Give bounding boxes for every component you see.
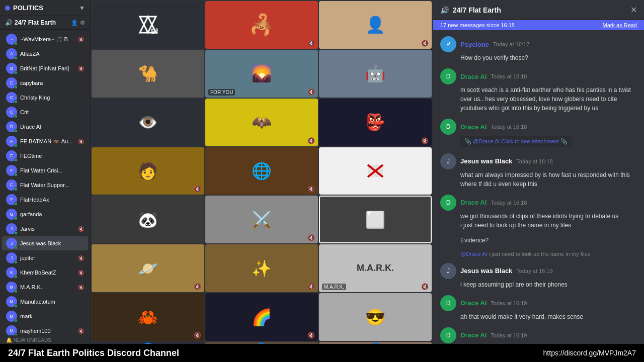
video-tile[interactable]: 🌄 FOR YOU 🔇 [205,50,318,98]
member-item[interactable]: D Drace AI [2,120,88,134]
chat-header: 🔊 24/7 Flat Earth ✕ [433,0,644,20]
member-item[interactable]: C Christy King [2,90,88,105]
member-avatar: M [6,325,17,335]
member-icons: 🔇 [78,285,84,290]
message-group: Evidence? [433,234,644,247]
bottom-bar-left: 24/7 Flat Earth Politics Discord Channel [8,348,179,358]
member-item[interactable]: G garfanda [2,207,88,221]
video-tile[interactable]: 🦂 🔇 [205,1,318,49]
member-item[interactable]: J jupiter 🔇 [2,251,88,265]
tile-content: 🦇 [205,99,318,146]
member-item[interactable]: F FE BATMAN 🦇 Au... 🔇 [2,134,88,148]
new-messages-text: 17 new messages since 16:18 [440,22,515,28]
mute-icon: 🔇 [421,137,429,144]
message-header: J Jesus was Black Today at 16:18 [440,153,637,169]
member-icons: 🔇 [78,66,84,71]
mute-icon: 🔇 [307,283,315,290]
message-avatar: D [440,295,456,311]
video-tile[interactable]: 👤 🔇 [319,1,432,49]
message-group: D Drace AI Today at 16:18 we got thousan… [433,193,644,232]
member-icons: 🔇 [78,37,84,42]
message-avatar: D [440,119,456,135]
member-name: FE BATMAN 🦇 Au... [20,138,75,145]
member-item[interactable]: M mark [2,309,88,323]
member-avatar: C [6,92,17,103]
mute-icon: 🔇 [307,137,315,144]
video-tile[interactable]: 👺 🔇 [319,99,432,146]
member-item[interactable]: C Crit [2,105,88,119]
server-header[interactable]: POLITICS ▼ [0,0,90,16]
message-group: D Drace AI Today at 16:18 📎 @Drace AI Cl… [433,117,644,149]
member-item[interactable]: M Manufactotum [2,295,88,309]
member-name: Manufactotum [20,299,81,305]
member-icons: 🔇 [78,270,84,276]
tile-content: 🌐 [205,147,318,195]
video-tile[interactable]: ⬜ [319,196,432,243]
channel-icons: 👤 ⚙ [71,20,85,26]
video-tile[interactable]: 🌈 🔇 [205,293,318,341]
member-name: FEGtime [20,153,81,159]
member-item[interactable]: J Jarvis 🔇 [2,222,88,236]
video-tile[interactable]: M.A.R.K. M.A.R.K. 🔇 [319,244,432,292]
tile-label: M.A.R.K. [322,284,346,290]
video-tile[interactable]: 🪐 🔇 [92,244,204,292]
member-item[interactable]: F Flat Water Suppor... [2,178,88,192]
member-item[interactable]: B BritNat [FinNat Fan] 🔇 [2,61,88,75]
message-group: D Drace AI Today at 16:18 m scott veach … [433,66,644,115]
member-item[interactable]: F Flat Water Crisi... [2,163,88,177]
message-avatar: D [440,68,456,84]
video-tile[interactable]: ✨ 🔇 [205,244,318,292]
member-item[interactable]: J Jesus was Black [2,236,88,250]
tile-content: 🌈 [205,293,318,341]
video-tile[interactable]: 🦇 🔇 [205,99,318,146]
member-item[interactable]: A AtlasZA [2,47,88,61]
video-tile[interactable]: 👁️ [92,99,204,146]
video-tile[interactable]: Bb [92,1,204,49]
mute-icon: 🔇 [78,139,84,144]
video-tile[interactable]: ⚔️ 🔇 [205,196,318,243]
mute-icon: 🔇 [78,226,84,232]
video-tile[interactable]: 😎 [319,293,432,341]
message-time: Today at 16:18 [491,73,527,79]
member-item[interactable]: M M.A.R.K. 🔇 [2,280,88,294]
video-tile[interactable]: 🐪 [92,50,204,98]
settings-icon: ⚙ [80,20,85,26]
member-avatar: J [6,223,17,234]
member-avatar: J [6,252,17,263]
video-tile[interactable] [319,147,432,195]
member-avatar: F [6,150,17,161]
video-tile[interactable]: 🦀 🔇 [92,293,204,341]
chat-messages: P Psyclone Today at 16:17 How do you ver… [433,30,644,362]
video-tile[interactable]: 🤖 [319,50,432,98]
member-avatar: M [6,296,17,307]
member-item[interactable]: K KhemBoBeatZ 🔇 [2,265,88,280]
video-tile[interactable]: 🧑 🔇 [92,147,204,195]
close-icon[interactable]: ✕ [630,5,637,15]
member-avatar: F [6,136,17,147]
channel-header[interactable]: 🔊 24/7 Flat Earth 👤 ⚙ [0,16,90,30]
member-item[interactable]: M mayhem100 🔇 [2,324,88,335]
member-item[interactable]: ~ ~WavMixera~ 🎵 B 🔇 [2,32,88,46]
video-grid: Bb 🦂 🔇 👤 🔇 🐪 🌄 FOR YOU 🔇 🤖 👁️ 🦇 🔇 👺 🔇 🧑 [91,0,433,362]
message-attachment: 📎 @Drace AI Click to see attachment 📎 [460,136,637,147]
tile-content: 😎 [319,293,432,341]
member-name: Flat Water Suppor... [20,182,81,188]
mute-icon: 🔇 [421,40,429,47]
mute-icon: 🔇 [307,186,315,193]
video-tile[interactable]: 🌐 🔇 [205,147,318,195]
member-avatar: D [6,121,17,132]
mark-as-read-button[interactable]: Mark as Read [603,22,637,28]
tile-content: 🪐 [92,244,204,292]
tile-content: Bb [92,1,204,49]
tile-text: M.A.R.K. [357,263,394,274]
member-item[interactable]: F FEGtime [2,149,88,163]
member-item[interactable]: C capybara [2,76,88,90]
member-item[interactable]: F FlatHeadAx [2,193,88,207]
member-avatar: F [6,165,17,176]
member-name: capybara [20,80,81,86]
video-tile[interactable]: 🐼 [92,196,204,243]
attachment-link[interactable]: 📎 @Drace AI Click to see attachment 📎 [460,136,572,147]
member-icons: 🔇 [78,139,84,144]
member-avatar: ~ [6,34,17,45]
chat-panel: 🔊 24/7 Flat Earth ✕ 17 new messages sinc… [433,0,644,362]
